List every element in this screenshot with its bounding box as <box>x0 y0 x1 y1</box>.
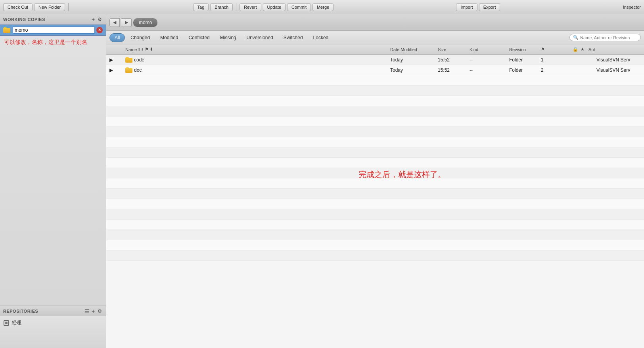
repository-name: 经理 <box>12 319 21 326</box>
toolbar-separator-2 <box>236 3 236 11</box>
revert-button[interactable]: Revert <box>240 3 261 11</box>
forward-button[interactable]: ▶ <box>121 18 132 27</box>
row-folder-icon <box>125 67 132 73</box>
main-toolbar: Check Out New Folder Tag Branch Revert U… <box>0 0 644 14</box>
row-time: 15:52 <box>436 57 468 63</box>
row-time: 15:52 <box>436 67 468 73</box>
table-row[interactable]: ▶ doc Today 15:52 -- Folder 2 VisualSVN … <box>106 65 644 75</box>
file-table: Name ⬆⬇ ⚑ ⬇ Date Modified Size Kind Revi… <box>106 44 644 348</box>
repos-gear-icon[interactable]: ⚙ <box>96 308 103 314</box>
update-button[interactable]: Update <box>263 3 286 11</box>
checkout-button[interactable]: Check Out <box>3 3 33 11</box>
th-size[interactable]: Size <box>436 47 468 52</box>
working-copy-name-input[interactable] <box>13 27 95 34</box>
repository-icon: ▦ <box>3 320 10 326</box>
empty-row <box>106 117 644 127</box>
repos-list-icon[interactable]: ☰ <box>84 308 90 314</box>
folder-body <box>3 28 10 33</box>
working-copies-header: WORKING COPIES + ⚙ <box>0 14 106 25</box>
empty-row <box>106 220 644 230</box>
filter-unversioned-button[interactable]: Unversioned <box>242 34 278 42</box>
branch-button[interactable]: Branch <box>210 3 233 11</box>
row-expand[interactable]: ▶ <box>108 67 124 73</box>
annotation-rename: 可以修改，名称，这里是一个别名 <box>0 36 106 49</box>
empty-row <box>106 189 644 199</box>
filter-changed-button[interactable]: Changed <box>126 34 155 42</box>
empty-row <box>106 230 644 240</box>
row-revision: 1 <box>539 57 571 63</box>
empty-row <box>106 86 644 96</box>
empty-row <box>106 137 644 147</box>
row-kind: Folder <box>508 57 539 63</box>
folder-body <box>125 58 132 63</box>
nav-bar: ◀ ▶ momo <box>106 14 644 31</box>
filter-locked-button[interactable]: Locked <box>309 34 334 42</box>
row-revision: 2 <box>539 67 571 73</box>
table-row[interactable]: ▶ code Today 15:52 -- Folder 1 VisualSVN… <box>106 55 644 65</box>
filter-switched-button[interactable]: Switched <box>279 34 308 42</box>
filter-conflicted-button[interactable]: Conflicted <box>184 34 214 42</box>
row-expand[interactable]: ▶ <box>108 57 124 63</box>
table-header: Name ⬆⬇ ⚑ ⬇ Date Modified Size Kind Revi… <box>106 44 644 55</box>
new-folder-button[interactable]: New Folder <box>34 3 65 11</box>
repository-item[interactable]: ▦ 经理 <box>0 318 106 328</box>
flag-icon-1: ⚑ <box>145 47 149 52</box>
flag-icon-2: ⬇ <box>150 47 153 52</box>
filter-modified-button[interactable]: Modified <box>155 34 183 42</box>
working-copy-item[interactable]: ✕ <box>0 25 106 36</box>
empty-row <box>106 158 644 168</box>
row-author: VisualSVN Serv <box>595 57 642 63</box>
tag-button[interactable]: Tag <box>193 3 209 11</box>
sort-arrows-icon: ⬆⬇ <box>138 48 144 52</box>
row-size: -- <box>468 67 508 73</box>
empty-row <box>106 106 644 117</box>
commit-button[interactable]: Commit <box>287 3 311 11</box>
empty-row <box>106 178 644 189</box>
empty-row <box>106 199 644 209</box>
sidebar: WORKING COPIES + ⚙ ✕ 可以修改，名称，这里是一个别名 REP… <box>0 14 106 348</box>
search-input[interactable] <box>580 35 636 40</box>
th-flag3: ★ <box>579 47 587 52</box>
th-author[interactable]: Author <box>587 47 595 52</box>
inspector-label[interactable]: Inspector <box>623 5 641 10</box>
toolbar-separator-1 <box>68 3 69 11</box>
working-copy-close-button[interactable]: ✕ <box>96 27 103 33</box>
working-copies-list: ✕ 可以修改，名称，这里是一个别名 <box>0 25 106 306</box>
row-date: Today <box>389 67 436 73</box>
row-filename: code <box>124 57 389 63</box>
filter-all-button[interactable]: All <box>109 33 125 42</box>
empty-row <box>106 250 644 261</box>
folder-body <box>125 68 132 73</box>
working-copies-gear-icon[interactable]: ⚙ <box>96 16 103 23</box>
back-button[interactable]: ◀ <box>109 18 120 27</box>
repos-add-icon[interactable]: + <box>90 308 96 314</box>
row-kind: Folder <box>508 67 539 73</box>
row-filename: doc <box>124 67 389 73</box>
folder-icon <box>3 27 10 33</box>
content-panel: ◀ ▶ momo All Changed Modified Conflicted… <box>106 14 644 348</box>
row-size: -- <box>468 57 508 63</box>
add-working-copy-icon[interactable]: + <box>90 16 96 23</box>
import-button[interactable]: Import <box>456 3 477 11</box>
th-date-modified[interactable]: Date Modified <box>389 47 436 52</box>
row-author: VisualSVN Serv <box>595 67 642 73</box>
path-label: momo <box>133 18 157 27</box>
row-folder-icon <box>125 57 132 63</box>
row-name-text: code <box>134 57 144 63</box>
empty-row <box>106 168 644 178</box>
main-area: WORKING COPIES + ⚙ ✕ 可以修改，名称，这里是一个别名 REP… <box>0 14 644 348</box>
empty-row <box>106 75 644 86</box>
filter-bar: All Changed Modified Conflicted Missing … <box>106 31 644 44</box>
search-box: 🔍 <box>569 34 641 41</box>
export-button[interactable]: Export <box>479 3 500 11</box>
merge-button[interactable]: Merge <box>312 3 334 11</box>
th-revision[interactable]: Revision <box>508 47 539 52</box>
db-icon: ▦ <box>4 320 9 326</box>
th-name[interactable]: Name ⬆⬇ ⚑ ⬇ <box>124 47 389 52</box>
search-icon: 🔍 <box>573 35 579 40</box>
repositories-list: ▦ 经理 <box>0 316 106 348</box>
repositories-section: REPOSITORIES ☰ + ⚙ ▦ 经理 <box>0 306 106 348</box>
filter-missing-button[interactable]: Missing <box>215 34 241 42</box>
row-date: Today <box>389 57 436 63</box>
th-kind[interactable]: Kind <box>468 47 508 52</box>
